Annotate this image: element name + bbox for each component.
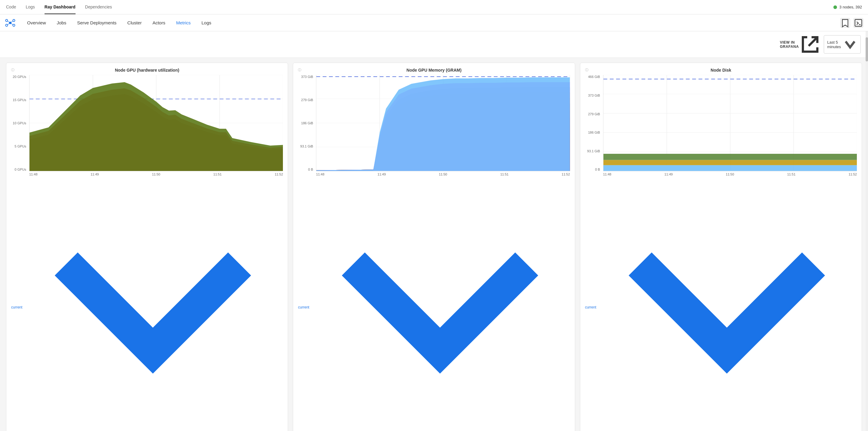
node-disk-title: Node Disk [585,68,857,72]
top-nav-status: 3 nodes, 392 [833,5,862,9]
gpu-memory-card: ⓘ Node GPU Memory (GRAM) 373 GiB 279 GiB… [293,63,575,431]
gpu-utilization-card: ⓘ Node GPU (hardware utilization) 20 GPU… [6,63,288,431]
terminal-icon [854,18,863,27]
top-navigation: Code Logs Ray Dashboard Dependencies 3 n… [0,0,868,14]
time-range-label: Last 5 minutes [827,40,841,49]
top-nav-ray-dashboard[interactable]: Ray Dashboard [44,0,75,14]
svg-point-0 [9,22,11,24]
bookmark-icon-btn[interactable] [840,18,850,28]
nav-jobs[interactable]: Jobs [52,14,72,31]
node-disk-x-axis: 11:48 11:49 11:50 11:51 11:52 [585,171,857,176]
nav-overview[interactable]: Overview [22,14,52,31]
node-disk-y-axis: 466 GiB 373 GiB 279 GiB 186 GiB 93.1 GiB… [585,75,602,171]
gpu-utilization-x-axis: 11:48 11:49 11:50 11:51 11:52 [11,171,283,176]
gpu-utilization-chart: 20 GPUs 15 GPUs 10 GPUs 5 GPUs 0 GPUs [11,75,283,171]
charts-area: ⓘ Node GPU (hardware utilization) 20 GPU… [0,58,868,431]
ray-logo [5,18,16,28]
scrollbar-track [866,31,868,431]
grafana-label: VIEW IN GRAFANA [780,40,799,49]
scrollbar-thumb[interactable] [866,37,868,61]
svg-line-6 [7,23,10,25]
nav-actions [840,18,863,28]
time-range-select[interactable]: Last 5 minutes [824,35,861,54]
terminal-icon-btn[interactable] [854,18,863,28]
gpu-memory-title: Node GPU Memory (GRAM) [298,68,570,72]
gpu-memory-svg-area [316,75,570,171]
status-text: 3 nodes, 392 [839,5,862,9]
top-nav-logs[interactable]: Logs [26,0,35,14]
svg-point-2 [6,24,8,26]
node-disk-card: ⓘ Node Disk 466 GiB 373 GiB 279 GiB 186 … [580,63,862,431]
chart-info-2: ⓘ [298,68,301,72]
svg-point-1 [6,19,8,21]
top-nav-code[interactable]: Code [6,0,16,14]
chevron-down-icon [23,177,283,431]
external-link-icon [800,34,820,55]
svg-point-3 [13,19,15,21]
svg-line-5 [7,21,10,22]
gpu-memory-y-axis: 373 GiB 279 GiB 186 GiB 93.1 GiB 0 B [298,75,315,171]
top-nav-dependencies[interactable]: Dependencies [85,0,112,14]
chevron-down-icon [597,177,857,431]
svg-marker-65 [603,160,857,165]
gpu-utilization-current[interactable]: current [11,176,283,431]
bookmark-icon [841,18,850,27]
nav-actors[interactable]: Actors [147,14,171,31]
nav-metrics[interactable]: Metrics [170,14,196,31]
svg-line-8 [11,23,13,25]
gpu-memory-current[interactable]: current [298,176,570,431]
gpu-memory-chart: 373 GiB 279 GiB 186 GiB 93.1 GiB 0 B [298,75,570,171]
nav-logs[interactable]: Logs [196,14,217,31]
svg-marker-52 [316,78,570,171]
gpu-utilization-title: Node GPU (hardware utilization) [11,68,283,72]
svg-line-7 [11,21,13,22]
chart-info-1: ⓘ [11,68,14,72]
view-in-grafana-button[interactable]: VIEW IN GRAFANA [780,34,820,55]
node-disk-current[interactable]: current [585,176,857,431]
nav-serve-deployments[interactable]: Serve Deployments [72,14,122,31]
svg-point-4 [13,24,15,26]
gpu-memory-x-axis: 11:48 11:49 11:50 11:51 11:52 [298,171,570,176]
svg-marker-66 [603,154,857,160]
chevron-down-icon [310,177,570,431]
node-disk-chart: 466 GiB 373 GiB 279 GiB 186 GiB 93.1 GiB… [585,75,857,171]
svg-line-11 [809,37,817,46]
secondary-navigation: Overview Jobs Serve Deployments Cluster … [0,14,868,31]
node-disk-svg-area [603,75,857,171]
chart-info-3: ⓘ [585,68,588,72]
nav-cluster[interactable]: Cluster [122,14,147,31]
status-indicator [833,5,837,9]
gpu-utilization-y-axis: 20 GPUs 15 GPUs 10 GPUs 5 GPUs 0 GPUs [11,75,28,171]
chevron-down-icon [843,37,858,52]
gpu-utilization-svg-area [29,75,283,171]
metrics-toolbar: VIEW IN GRAFANA Last 5 minutes [0,31,868,58]
svg-marker-64 [603,165,857,171]
